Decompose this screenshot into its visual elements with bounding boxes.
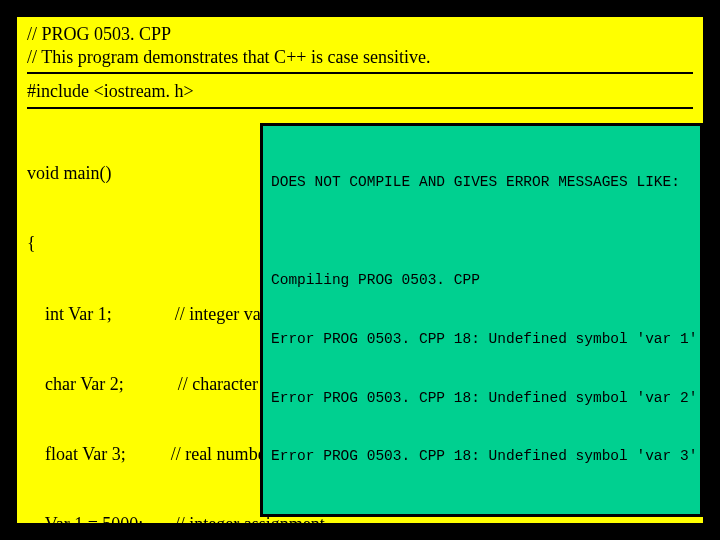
code-panel: // PROG 0503. CPP // This program demons…	[14, 14, 706, 526]
header-line-1: // PROG 0503. CPP	[27, 23, 693, 46]
file-header: // PROG 0503. CPP // This program demons…	[27, 23, 693, 68]
header-line-2: // This program demonstrates that C++ is…	[27, 46, 693, 69]
compile-line: Compiling PROG 0503. CPP	[271, 271, 694, 291]
divider-2	[27, 107, 693, 109]
compile-line: Error PROG 0503. CPP 18: Undefined symbo…	[271, 447, 694, 467]
compiler-output-box: DOES NOT COMPILE AND GIVES ERROR MESSAGE…	[260, 123, 703, 517]
compile-line: DOES NOT COMPILE AND GIVES ERROR MESSAGE…	[271, 173, 694, 193]
include-line: #include <iostream. h>	[27, 80, 693, 103]
compile-line: Error PROG 0503. CPP 18: Undefined symbo…	[271, 330, 694, 350]
divider-1	[27, 72, 693, 74]
compile-line: Error PROG 0503. CPP 18: Undefined symbo…	[271, 389, 694, 409]
